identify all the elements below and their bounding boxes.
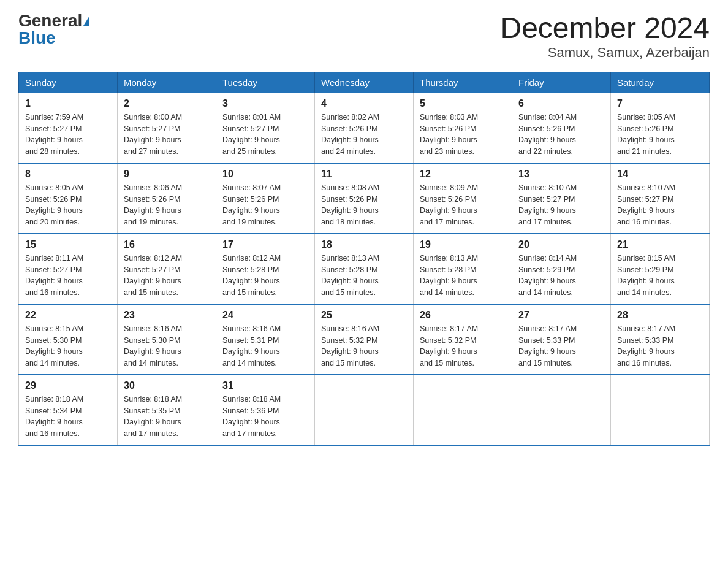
day-number: 29 [25, 380, 111, 391]
day-number: 17 [222, 239, 308, 250]
calendar-cell: 25 Sunrise: 8:16 AMSunset: 5:32 PMDaylig… [315, 304, 414, 375]
page-subtitle: Samux, Samux, Azerbaijan [500, 45, 710, 61]
calendar-cell: 31 Sunrise: 8:18 AMSunset: 5:36 PMDaylig… [216, 375, 315, 445]
day-info: Sunrise: 8:17 AMSunset: 5:32 PMDaylight:… [420, 324, 478, 367]
day-number: 13 [518, 169, 604, 180]
day-number: 7 [617, 98, 703, 109]
day-info: Sunrise: 8:12 AMSunset: 5:27 PMDaylight:… [124, 254, 182, 297]
day-info: Sunrise: 8:16 AMSunset: 5:31 PMDaylight:… [222, 324, 281, 367]
page-header: General Blue December 2024 Samux, Samux,… [18, 12, 710, 61]
calendar-header-friday: Friday [512, 72, 611, 93]
calendar-header-tuesday: Tuesday [216, 72, 315, 93]
logo-triangle-icon [83, 16, 89, 26]
day-number: 23 [124, 310, 210, 321]
day-info: Sunrise: 8:09 AMSunset: 5:26 PMDaylight:… [420, 183, 478, 226]
day-info: Sunrise: 8:05 AMSunset: 5:26 PMDaylight:… [25, 183, 83, 226]
title-block: December 2024 Samux, Samux, Azerbaijan [500, 12, 710, 61]
day-info: Sunrise: 8:00 AMSunset: 5:27 PMDaylight:… [124, 113, 182, 156]
day-info: Sunrise: 7:59 AMSunset: 5:27 PMDaylight:… [25, 113, 83, 156]
day-number: 12 [420, 169, 506, 180]
day-number: 30 [124, 380, 210, 391]
logo-general-text: General [18, 12, 82, 29]
day-number: 18 [321, 239, 407, 250]
calendar-cell: 13 Sunrise: 8:10 AMSunset: 5:27 PMDaylig… [512, 163, 611, 234]
day-info: Sunrise: 8:18 AMSunset: 5:34 PMDaylight:… [25, 395, 83, 438]
calendar-header-saturday: Saturday [611, 72, 710, 93]
logo-blue-text: Blue [18, 28, 56, 47]
calendar-cell: 5 Sunrise: 8:03 AMSunset: 5:26 PMDayligh… [414, 93, 512, 163]
day-number: 8 [25, 169, 111, 180]
calendar-cell: 18 Sunrise: 8:13 AMSunset: 5:28 PMDaylig… [315, 234, 414, 304]
calendar-cell: 24 Sunrise: 8:16 AMSunset: 5:31 PMDaylig… [216, 304, 315, 375]
day-info: Sunrise: 8:15 AMSunset: 5:30 PMDaylight:… [25, 324, 83, 367]
day-number: 27 [518, 310, 604, 321]
day-number: 6 [518, 98, 604, 109]
calendar-cell [512, 375, 611, 445]
calendar-cell: 14 Sunrise: 8:10 AMSunset: 5:27 PMDaylig… [611, 163, 710, 234]
day-info: Sunrise: 8:03 AMSunset: 5:26 PMDaylight:… [420, 113, 478, 156]
day-info: Sunrise: 8:08 AMSunset: 5:26 PMDaylight:… [321, 183, 379, 226]
day-number: 15 [25, 239, 111, 250]
calendar-cell: 22 Sunrise: 8:15 AMSunset: 5:30 PMDaylig… [19, 304, 118, 375]
day-info: Sunrise: 8:01 AMSunset: 5:27 PMDaylight:… [222, 113, 281, 156]
calendar-header-sunday: Sunday [19, 72, 118, 93]
calendar-cell [414, 375, 512, 445]
day-info: Sunrise: 8:04 AMSunset: 5:26 PMDaylight:… [518, 113, 577, 156]
day-info: Sunrise: 8:13 AMSunset: 5:28 PMDaylight:… [420, 254, 478, 297]
day-number: 25 [321, 310, 407, 321]
day-info: Sunrise: 8:18 AMSunset: 5:36 PMDaylight:… [222, 395, 281, 438]
calendar-week-5: 29 Sunrise: 8:18 AMSunset: 5:34 PMDaylig… [19, 375, 710, 445]
day-number: 28 [617, 310, 703, 321]
day-info: Sunrise: 8:06 AMSunset: 5:26 PMDaylight:… [124, 183, 182, 226]
calendar-cell [611, 375, 710, 445]
calendar-cell: 26 Sunrise: 8:17 AMSunset: 5:32 PMDaylig… [414, 304, 512, 375]
day-info: Sunrise: 8:18 AMSunset: 5:35 PMDaylight:… [124, 395, 182, 438]
calendar-cell: 1 Sunrise: 7:59 AMSunset: 5:27 PMDayligh… [19, 93, 118, 163]
calendar-cell: 4 Sunrise: 8:02 AMSunset: 5:26 PMDayligh… [315, 93, 414, 163]
day-number: 1 [25, 98, 111, 109]
day-info: Sunrise: 8:05 AMSunset: 5:26 PMDaylight:… [617, 113, 675, 156]
calendar-cell: 29 Sunrise: 8:18 AMSunset: 5:34 PMDaylig… [19, 375, 118, 445]
day-info: Sunrise: 8:10 AMSunset: 5:27 PMDaylight:… [518, 183, 577, 226]
calendar-cell: 9 Sunrise: 8:06 AMSunset: 5:26 PMDayligh… [118, 163, 216, 234]
day-info: Sunrise: 8:07 AMSunset: 5:26 PMDaylight:… [222, 183, 281, 226]
calendar-cell: 11 Sunrise: 8:08 AMSunset: 5:26 PMDaylig… [315, 163, 414, 234]
day-number: 26 [420, 310, 506, 321]
calendar-header-wednesday: Wednesday [315, 72, 414, 93]
day-info: Sunrise: 8:02 AMSunset: 5:26 PMDaylight:… [321, 113, 379, 156]
calendar-cell: 21 Sunrise: 8:15 AMSunset: 5:29 PMDaylig… [611, 234, 710, 304]
calendar-week-4: 22 Sunrise: 8:15 AMSunset: 5:30 PMDaylig… [19, 304, 710, 375]
calendar-cell: 15 Sunrise: 8:11 AMSunset: 5:27 PMDaylig… [19, 234, 118, 304]
calendar-cell: 17 Sunrise: 8:12 AMSunset: 5:28 PMDaylig… [216, 234, 315, 304]
calendar-table: SundayMondayTuesdayWednesdayThursdayFrid… [18, 72, 710, 446]
calendar-cell: 2 Sunrise: 8:00 AMSunset: 5:27 PMDayligh… [118, 93, 216, 163]
day-number: 14 [617, 169, 703, 180]
day-info: Sunrise: 8:16 AMSunset: 5:30 PMDaylight:… [124, 324, 182, 367]
day-number: 16 [124, 239, 210, 250]
calendar-cell: 3 Sunrise: 8:01 AMSunset: 5:27 PMDayligh… [216, 93, 315, 163]
calendar-cell: 16 Sunrise: 8:12 AMSunset: 5:27 PMDaylig… [118, 234, 216, 304]
day-number: 21 [617, 239, 703, 250]
logo: General Blue [18, 12, 89, 47]
calendar-cell: 12 Sunrise: 8:09 AMSunset: 5:26 PMDaylig… [414, 163, 512, 234]
day-info: Sunrise: 8:17 AMSunset: 5:33 PMDaylight:… [617, 324, 675, 367]
day-number: 11 [321, 169, 407, 180]
calendar-cell: 8 Sunrise: 8:05 AMSunset: 5:26 PMDayligh… [19, 163, 118, 234]
day-info: Sunrise: 8:17 AMSunset: 5:33 PMDaylight:… [518, 324, 577, 367]
calendar-cell: 30 Sunrise: 8:18 AMSunset: 5:35 PMDaylig… [118, 375, 216, 445]
calendar-cell: 28 Sunrise: 8:17 AMSunset: 5:33 PMDaylig… [611, 304, 710, 375]
day-number: 2 [124, 98, 210, 109]
calendar-week-1: 1 Sunrise: 7:59 AMSunset: 5:27 PMDayligh… [19, 93, 710, 163]
day-number: 22 [25, 310, 111, 321]
calendar-cell: 7 Sunrise: 8:05 AMSunset: 5:26 PMDayligh… [611, 93, 710, 163]
calendar-cell: 20 Sunrise: 8:14 AMSunset: 5:29 PMDaylig… [512, 234, 611, 304]
day-number: 5 [420, 98, 506, 109]
calendar-cell: 10 Sunrise: 8:07 AMSunset: 5:26 PMDaylig… [216, 163, 315, 234]
calendar-header-thursday: Thursday [414, 72, 512, 93]
day-number: 31 [222, 380, 308, 391]
page-title: December 2024 [500, 12, 710, 45]
day-number: 9 [124, 169, 210, 180]
day-number: 10 [222, 169, 308, 180]
calendar-cell: 23 Sunrise: 8:16 AMSunset: 5:30 PMDaylig… [118, 304, 216, 375]
day-number: 20 [518, 239, 604, 250]
